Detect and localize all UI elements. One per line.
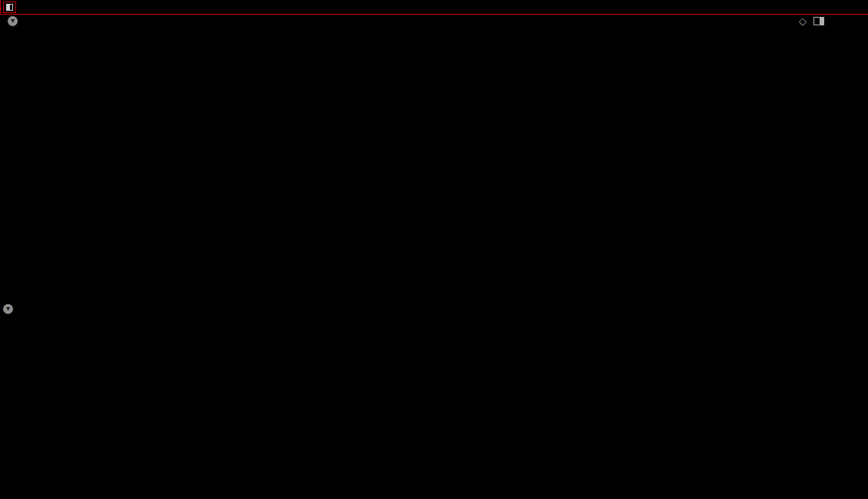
chart-canvas xyxy=(0,0,868,499)
indicator-collapse-icon[interactable]: ▾ xyxy=(3,304,13,314)
trading-app-window: ▾ ◇ ▾ xyxy=(0,0,868,499)
title-dropdown-icon[interactable]: ▾ xyxy=(8,16,18,26)
diamond-icon[interactable]: ◇ xyxy=(799,15,807,27)
split-window-icon[interactable] xyxy=(813,17,824,25)
indicator-header: ▾ xyxy=(3,304,13,314)
chart-title-row: ▾ xyxy=(4,16,18,26)
title-right-icons: ◇ xyxy=(799,15,824,27)
